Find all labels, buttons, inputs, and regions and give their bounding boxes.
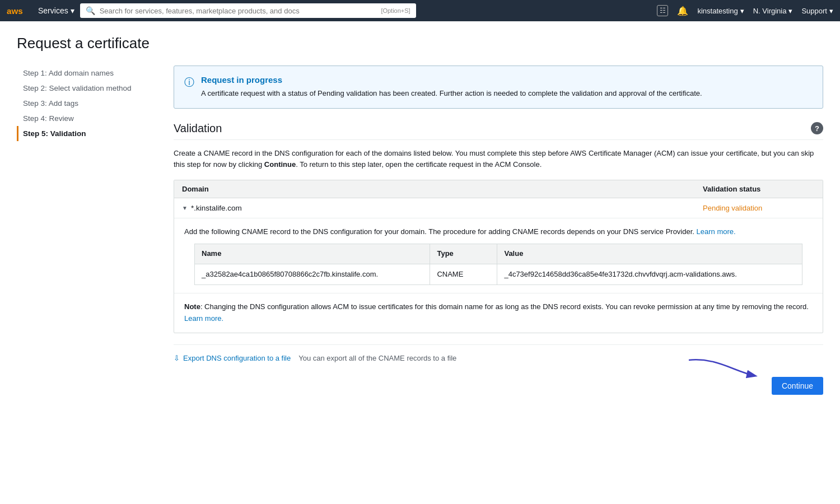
alert-body: A certificate request with a status of P…: [201, 88, 702, 99]
search-icon: 🔍: [86, 6, 95, 15]
export-description: You can export all of the CNAME records …: [298, 354, 456, 362]
sidebar-item-step5[interactable]: Step 5: Validation: [17, 126, 162, 141]
nav-support-menu[interactable]: Support ▾: [801, 7, 833, 15]
top-navigation: aws Services ▾ 🔍 [Option+S] ☷ 🔔 kinstate…: [0, 0, 840, 21]
info-icon: ⓘ: [184, 76, 194, 99]
nav-bell-icon[interactable]: 🔔: [677, 6, 688, 16]
nav-apps-icon[interactable]: ☷: [657, 5, 668, 16]
sidebar: Step 1: Add domain names Step 2: Select …: [17, 66, 174, 395]
page-title: Request a certificate: [17, 35, 823, 52]
sidebar-item-step2[interactable]: Step 2: Select validation method: [17, 81, 162, 96]
note-label: Note: [184, 302, 200, 311]
request-in-progress-alert: ⓘ Request in progress A certificate requ…: [174, 66, 823, 109]
nav-right: ☷ 🔔 kinstatesting ▾ N. Virginia ▾ Suppor…: [657, 5, 833, 16]
download-icon: ⇩: [174, 354, 180, 362]
help-icon[interactable]: ?: [811, 122, 823, 134]
section-header: Validation ?: [174, 122, 823, 140]
note-learn-more-link[interactable]: Learn more.: [184, 314, 223, 323]
search-input[interactable]: [100, 7, 377, 15]
main-content: ⓘ Request in progress A certificate requ…: [174, 66, 823, 395]
nav-account-menu[interactable]: kinstatesting ▾: [697, 7, 744, 15]
services-menu[interactable]: Services ▾: [38, 6, 74, 15]
domain-row[interactable]: ▼ *.kinstalife.com Pending validation: [174, 198, 823, 218]
cname-type-header: Type: [430, 244, 497, 264]
note-section: Note: Changing the DNS configuration all…: [174, 293, 823, 333]
chevron-down-icon: ▾: [829, 7, 833, 15]
chevron-down-icon: ▾: [740, 7, 744, 15]
sidebar-item-step1[interactable]: Step 1: Add domain names: [17, 66, 162, 81]
sidebar-item-step4[interactable]: Step 4: Review: [17, 111, 162, 126]
cname-name-value: _a32582ae4ca1b0865f80708866c2c7fb.kinsta…: [195, 264, 430, 285]
cname-inner-table: Name Type Value _a32582ae4ca1b0865f80708…: [194, 244, 802, 286]
chevron-down-icon: ▾: [788, 7, 792, 15]
chevron-down-icon: ▾: [71, 6, 74, 15]
cname-name-header: Name: [195, 244, 430, 264]
export-dns-link[interactable]: ⇩ Export DNS configuration to a file: [174, 354, 291, 362]
svg-text:aws: aws: [7, 6, 23, 16]
validation-table-header: Domain Validation status: [174, 180, 823, 198]
validation-section: Validation ? Create a CNAME record in th…: [174, 122, 823, 395]
cname-value-header: Value: [497, 244, 802, 264]
aws-logo[interactable]: aws: [7, 4, 28, 17]
validation-status-column-header: Validation status: [703, 185, 815, 193]
chevron-down-icon: ▼: [182, 205, 188, 211]
content-layout: Step 1: Add domain names Step 2: Select …: [17, 66, 823, 395]
cname-info: Add the following CNAME record to the DN…: [174, 218, 823, 293]
global-search-bar[interactable]: 🔍 [Option+S]: [80, 3, 416, 18]
cname-value-value: _4c73ef92c14658dd36ca85e4fe31732d.chvvfd…: [497, 264, 802, 285]
learn-more-link[interactable]: Learn more.: [697, 227, 736, 236]
domain-value: *.kinstalife.com: [191, 204, 242, 212]
continue-row: Continue: [174, 371, 823, 395]
arrow-indicator: [683, 354, 762, 382]
validation-table: Domain Validation status ▼ *.kinstalife.…: [174, 180, 823, 333]
section-description: Create a CNAME record in the DNS configu…: [174, 148, 823, 171]
sidebar-item-step3[interactable]: Step 3: Add tags: [17, 96, 162, 111]
cname-type-value: CNAME: [430, 264, 497, 285]
domain-column-header: Domain: [182, 185, 703, 193]
alert-title: Request in progress: [201, 75, 702, 85]
pending-status: Pending validation: [703, 204, 815, 212]
continue-button[interactable]: Continue: [772, 377, 823, 395]
page-wrapper: Request a certificate Step 1: Add domain…: [0, 21, 840, 504]
search-shortcut: [Option+S]: [381, 7, 410, 14]
cname-table-row: _a32582ae4ca1b0865f80708866c2c7fb.kinsta…: [195, 264, 802, 285]
section-title: Validation: [174, 122, 222, 135]
nav-region-menu[interactable]: N. Virginia ▾: [753, 7, 793, 15]
